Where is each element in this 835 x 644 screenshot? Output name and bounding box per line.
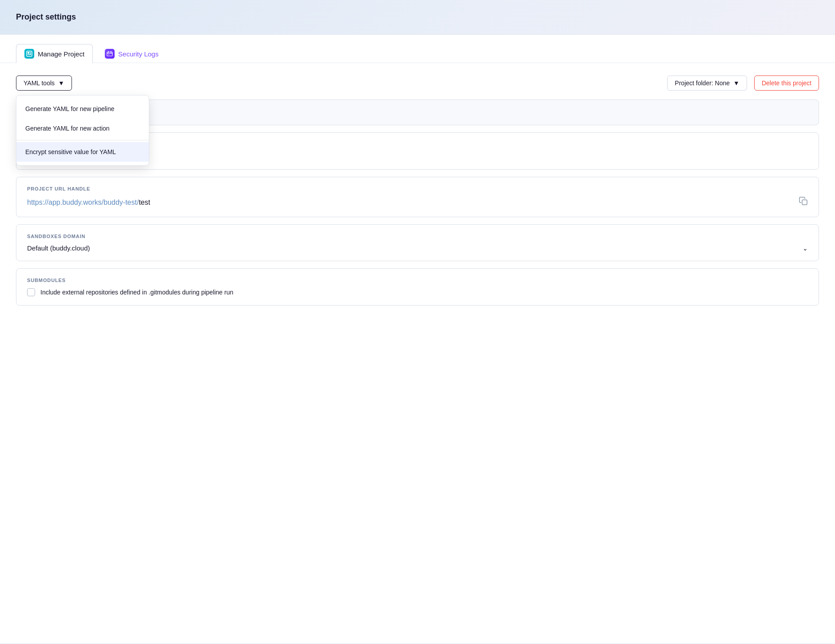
sandboxes-domain-label: SANDBOXES DOMAIN [27,234,808,239]
yaml-tools-button[interactable]: YAML tools ▼ [16,76,72,91]
copy-icon[interactable] [799,197,808,208]
yaml-tools-label: YAML tools [24,80,55,87]
sandboxes-domain-row: Default (buddy.cloud) ⌄ [27,244,808,252]
dropdown-item-gen-action[interactable]: Generate YAML for new action [16,119,149,138]
sandboxes-domain-value: Default (buddy.cloud) [27,244,90,252]
svg-rect-5 [107,52,112,56]
page-header: Project settings [0,0,835,35]
project-url-value: https://app.buddy.works/buddy-test/test [27,199,150,207]
url-handle: test [139,199,150,206]
project-folder-label: Project folder: None [675,80,730,87]
dropdown-item-encrypt[interactable]: Encrypt sensitive value for YAML [16,142,149,162]
submodules-checkbox-label: Include external repositories defined in… [40,289,233,296]
svg-rect-0 [27,51,32,56]
project-folder-chevron-icon: ▼ [733,80,740,87]
main-content: Manage Project Security Logs YAML tools [0,35,835,643]
project-url-card: PROJECT URL HANDLE https://app.buddy.wor… [16,177,819,217]
project-url-label: PROJECT URL HANDLE [27,186,808,191]
submodules-label: SUBMODULES [27,278,808,283]
sandboxes-domain-card[interactable]: SANDBOXES DOMAIN Default (buddy.cloud) ⌄ [16,224,819,261]
tab-manage-label: Manage Project [38,50,84,58]
submodules-checkbox[interactable] [27,288,35,296]
sandboxes-domain-chevron-icon: ⌄ [803,245,808,252]
yaml-tools-container: YAML tools ▼ Generate YAML for new pipel… [16,76,72,91]
content-area: YAML tools ▼ Generate YAML for new pipel… [0,63,835,318]
dropdown-item-gen-pipeline[interactable]: Generate YAML for new pipeline [16,99,149,119]
svg-rect-10 [802,200,807,205]
toolbar-right: Project folder: None ▼ Delete this proje… [667,76,819,91]
project-folder-button[interactable]: Project folder: None ▼ [667,76,747,91]
delete-project-button[interactable]: Delete this project [754,76,819,91]
toolbar: YAML tools ▼ Generate YAML for new pipel… [16,76,819,91]
yaml-dropdown-menu: Generate YAML for new pipeline Generate … [16,95,149,166]
submodules-checkbox-row: Include external repositories defined in… [27,288,808,296]
tab-security[interactable]: Security Logs [96,44,167,63]
dropdown-divider [16,140,149,140]
manage-icon [24,49,34,59]
yaml-tools-chevron-icon: ▼ [58,80,64,87]
project-url-row: https://app.buddy.works/buddy-test/test [27,197,808,208]
page-title: Project settings [16,12,76,21]
url-base: https://app.buddy.works/buddy-test/ [27,199,139,206]
security-icon [105,49,115,59]
tabs-bar: Manage Project Security Logs [0,35,835,63]
submodules-card: SUBMODULES Include external repositories… [16,268,819,306]
svg-rect-1 [28,52,29,54]
tab-security-label: Security Logs [118,50,159,58]
tab-manage[interactable]: Manage Project [16,44,93,63]
